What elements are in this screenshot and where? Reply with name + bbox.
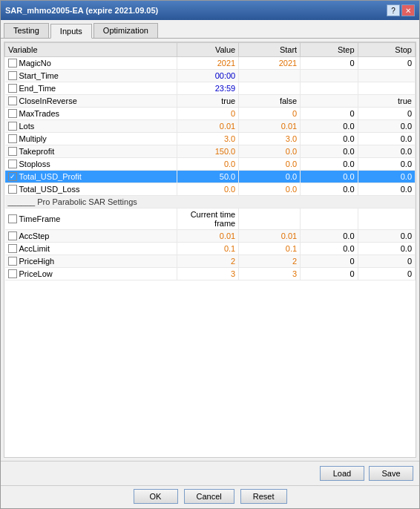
var-cell: AccLimit <box>5 243 177 255</box>
variable-name: PriceHigh <box>19 257 55 266</box>
stop-cell <box>358 208 415 230</box>
var-cell: Total_USD_Loss <box>5 183 177 196</box>
step-cell: 0.0 <box>301 120 358 133</box>
value-cell: 0.0 <box>177 183 239 196</box>
stop-cell: 0 <box>358 255 415 268</box>
step-cell <box>301 82 358 95</box>
ok-button[interactable]: OK <box>134 489 178 504</box>
row-checkbox[interactable] <box>8 122 17 131</box>
variable-name: Multiply <box>19 134 47 143</box>
var-cell: PriceHigh <box>5 255 177 268</box>
tab-testing[interactable]: Testing <box>4 23 49 38</box>
stop-cell: 0.0 <box>358 120 415 133</box>
row-checkbox[interactable] <box>8 257 17 266</box>
row-checkbox[interactable] <box>8 109 17 118</box>
step-cell: 0.0 <box>301 145 358 158</box>
var-cell: End_Time <box>5 82 177 95</box>
table-row: CloseInReverse true false true <box>5 95 416 108</box>
table-row: AccLimit 0.1 0.1 0.0 0.0 <box>5 243 416 255</box>
value-cell: 0 <box>177 108 239 120</box>
step-cell: 0 <box>301 108 358 120</box>
close-button[interactable]: ✕ <box>401 4 415 16</box>
var-cell: Lots <box>5 120 177 133</box>
variable-name: AccLimit <box>19 244 50 253</box>
stop-cell: 0 <box>358 108 415 120</box>
step-cell <box>301 208 358 230</box>
stop-cell: 0.0 <box>358 243 415 255</box>
window-title: SAR_mhmo2005-EA (expire 2021.09.05) <box>5 6 158 15</box>
stop-cell <box>358 82 415 95</box>
var-cell: ✓ Total_USD_Profit <box>5 171 177 183</box>
col-variable: Variable <box>5 43 177 57</box>
value-cell: 0.1 <box>177 243 239 255</box>
start-cell: 2 <box>239 255 301 268</box>
stop-cell: 0 <box>358 57 415 70</box>
variable-name: Stoploss <box>19 160 50 168</box>
var-cell: TimeFrame <box>5 208 177 230</box>
table-header-row: Variable Value Start Step Stop <box>5 43 416 57</box>
stop-cell: 0.0 <box>358 158 415 171</box>
row-checkbox[interactable] <box>8 59 17 68</box>
step-cell <box>301 70 358 82</box>
row-checkbox[interactable]: ✓ <box>8 172 17 181</box>
variable-name: AccStep <box>19 231 50 240</box>
row-checkbox[interactable] <box>8 185 17 194</box>
tab-inputs[interactable]: Inputs <box>50 24 92 39</box>
var-cell: Multiply <box>5 133 177 145</box>
row-checkbox[interactable] <box>8 160 17 168</box>
step-cell: 0 <box>301 57 358 70</box>
stop-cell: 0.0 <box>358 145 415 158</box>
row-checkbox[interactable] <box>8 244 17 253</box>
title-bar: SAR_mhmo2005-EA (expire 2021.09.05) ? ✕ <box>1 1 419 20</box>
table-row: Total_USD_Loss 0.0 0.0 0.0 0.0 <box>5 183 416 196</box>
start-cell: 0.0 <box>239 183 301 196</box>
tabs-bar: Testing Inputs Optimization <box>1 20 419 39</box>
row-checkbox[interactable] <box>8 71 17 80</box>
variable-name: Takeprofit <box>19 147 55 156</box>
help-button[interactable]: ? <box>387 4 400 16</box>
start-cell: 3.0 <box>239 133 301 145</box>
variable-name: Total_USD_Profit <box>19 172 82 181</box>
title-bar-buttons: ? ✕ <box>387 4 415 16</box>
table-row: TimeFrame Current time frame <box>5 208 416 230</box>
tab-optimization[interactable]: Optimization <box>93 23 158 38</box>
load-button[interactable]: Load <box>320 466 364 481</box>
start-cell: 3 <box>239 268 301 280</box>
var-cell: Stoploss <box>5 158 177 171</box>
value-cell: 3.0 <box>177 133 239 145</box>
col-stop: Stop <box>358 43 415 57</box>
table-row: Stoploss 0.0 0.0 0.0 0.0 <box>5 158 416 171</box>
table-row: PriceLow 3 3 0 0 <box>5 268 416 280</box>
table-row: Takeprofit 150.0 0.0 0.0 0.0 <box>5 145 416 158</box>
table-row: MagicNo 2021 2021 0 0 <box>5 57 416 70</box>
row-checkbox[interactable] <box>8 214 17 223</box>
step-cell <box>301 95 358 108</box>
start-cell: 0.0 <box>239 145 301 158</box>
row-checkbox[interactable] <box>8 84 17 93</box>
table-row: ✓ Total_USD_Profit 50.0 0.0 0.0 0.0 <box>5 171 416 183</box>
step-cell: 0 <box>301 268 358 280</box>
var-cell: AccStep <box>5 230 177 243</box>
var-cell: Start_Time <box>5 70 177 82</box>
variable-name: CloseInReverse <box>19 96 77 105</box>
cancel-button[interactable]: Cancel <box>184 489 234 504</box>
row-checkbox[interactable] <box>8 134 17 143</box>
variable-name: Start_Time <box>19 71 59 80</box>
start-cell <box>239 70 301 82</box>
var-cell: Takeprofit <box>5 145 177 158</box>
row-checkbox[interactable] <box>8 231 17 240</box>
value-cell: 00:00 <box>177 70 239 82</box>
row-checkbox[interactable] <box>8 96 17 105</box>
var-cell: MaxTrades <box>5 108 177 120</box>
start-cell: 0.0 <box>239 158 301 171</box>
start-cell: 0.01 <box>239 230 301 243</box>
action-buttons: OK Cancel Reset <box>1 485 419 508</box>
save-button[interactable]: Save <box>369 466 413 481</box>
row-checkbox[interactable] <box>8 147 17 156</box>
reset-button[interactable]: Reset <box>240 489 287 504</box>
step-cell: 0.0 <box>301 171 358 183</box>
row-checkbox[interactable] <box>8 269 17 278</box>
variable-name: End_Time <box>19 84 56 93</box>
variable-name: MagicNo <box>19 59 51 68</box>
table-row: PriceHigh 2 2 0 0 <box>5 255 416 268</box>
